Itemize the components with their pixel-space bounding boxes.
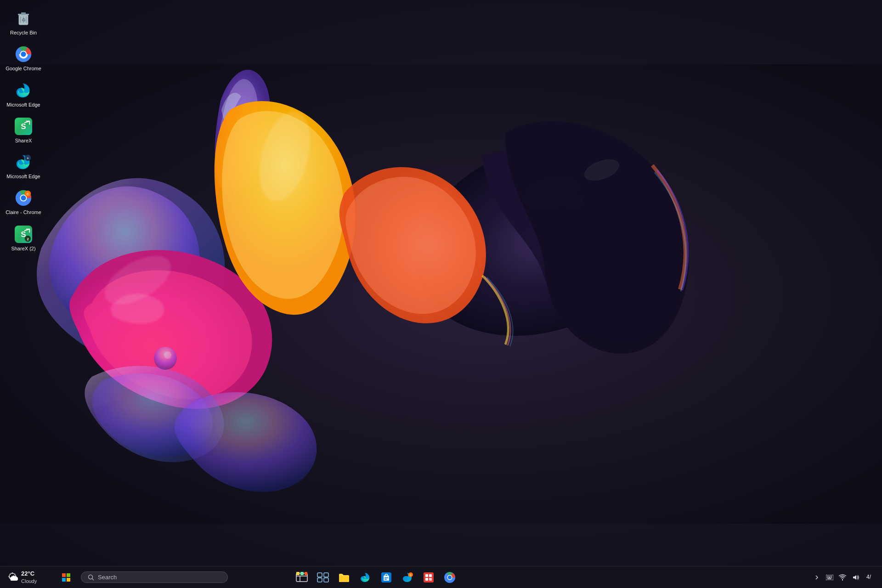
weather-icon: 🌥 [8, 571, 18, 583]
taskbar-pinned-icons: C [232, 567, 520, 588]
svg-rect-11 [21, 12, 26, 14]
sharex-2-icon[interactable]: S 2 ShareX (2) [3, 221, 44, 255]
svg-rect-68 [828, 577, 831, 578]
google-chrome-icon[interactable]: Google Chrome [3, 41, 44, 75]
svg-text:C: C [27, 192, 29, 197]
svg-point-61 [448, 576, 452, 579]
microsoft-edge-2-icon[interactable]: + Microsoft Edge [3, 149, 44, 183]
svg-point-19 [21, 52, 26, 57]
google-chrome-label: Google Chrome [6, 65, 41, 72]
svg-rect-47 [317, 578, 322, 582]
svg-rect-44 [305, 572, 307, 575]
svg-line-38 [92, 578, 94, 580]
clock-time: 4/ [866, 573, 871, 581]
sharex-label: ShareX [15, 137, 32, 144]
svg-rect-58 [429, 578, 432, 581]
hidden-icons-button[interactable] [811, 572, 822, 583]
claire-chrome-icon[interactable]: C Claire - Chrome [3, 185, 44, 219]
clock[interactable]: 4/ [863, 573, 875, 581]
svg-rect-35 [62, 578, 66, 582]
taskbar: 🌥 22°C Cloudy Search [0, 566, 882, 588]
recycle-bin-icon[interactable]: ♻ Recycle Bin [3, 6, 44, 40]
svg-rect-45 [317, 573, 322, 577]
svg-rect-56 [429, 574, 432, 577]
system-tray: 4/ [808, 572, 878, 583]
weather-condition: Cloudy [21, 578, 37, 584]
svg-rect-42 [296, 572, 300, 575]
keyboard-icon[interactable] [824, 572, 835, 583]
svg-text:2: 2 [27, 237, 28, 241]
svg-rect-66 [831, 576, 832, 577]
taskbar-edge-icon[interactable] [355, 567, 375, 588]
taskbar-gallery-icon[interactable] [292, 567, 312, 588]
svg-text:♻: ♻ [22, 17, 26, 23]
taskbar-edge-2-icon[interactable]: C [397, 567, 418, 588]
svg-rect-34 [67, 573, 70, 577]
taskbar-task-view-icon[interactable] [313, 567, 333, 588]
search-icon [88, 574, 94, 581]
search-bar[interactable]: Search [81, 571, 228, 583]
svg-rect-54 [424, 572, 434, 582]
desktop-icons: ♻ Recycle Bin Google Chrome [0, 0, 47, 261]
svg-rect-46 [324, 573, 328, 577]
svg-rect-33 [62, 573, 66, 577]
search-label: Search [98, 574, 117, 581]
taskbar-store-icon[interactable] [376, 567, 396, 588]
weather-widget[interactable]: 🌥 22°C Cloudy [4, 570, 50, 584]
wallpaper [0, 0, 882, 588]
svg-rect-69 [831, 577, 832, 578]
wifi-icon[interactable] [837, 572, 848, 583]
start-button[interactable] [57, 568, 75, 587]
weather-temperature: 22°C [21, 570, 37, 578]
svg-point-7 [154, 347, 177, 370]
svg-point-8 [164, 351, 171, 359]
svg-rect-70 [827, 578, 831, 579]
svg-rect-48 [324, 578, 328, 582]
svg-rect-67 [827, 577, 828, 578]
sharex-2-label: ShareX (2) [11, 245, 35, 252]
claire-chrome-label: Claire - Chrome [6, 209, 41, 215]
svg-rect-63 [827, 576, 828, 577]
taskbar-file-explorer-icon[interactable] [334, 567, 354, 588]
svg-rect-51 [384, 579, 387, 580]
svg-text:C: C [409, 574, 412, 577]
taskbar-chrome-icon[interactable] [440, 567, 460, 588]
sharex-icon[interactable]: S ShareX [3, 113, 44, 147]
taskbar-app-icon[interactable] [418, 567, 439, 588]
recycle-bin-label: Recycle Bin [10, 29, 37, 36]
svg-point-37 [89, 575, 93, 579]
svg-text:+: + [27, 156, 29, 160]
microsoft-edge-1-label: Microsoft Edge [6, 102, 40, 108]
svg-rect-57 [425, 578, 428, 581]
svg-rect-43 [300, 572, 304, 575]
microsoft-edge-2-label: Microsoft Edge [6, 173, 40, 180]
svg-rect-55 [425, 574, 428, 577]
svg-rect-65 [830, 576, 831, 577]
svg-point-26 [21, 196, 26, 201]
svg-rect-64 [828, 576, 829, 577]
svg-rect-36 [67, 578, 70, 582]
svg-rect-50 [384, 577, 388, 578]
volume-icon[interactable] [850, 572, 861, 583]
svg-text:S: S [21, 122, 26, 131]
microsoft-edge-1-icon[interactable]: Microsoft Edge [3, 78, 44, 112]
